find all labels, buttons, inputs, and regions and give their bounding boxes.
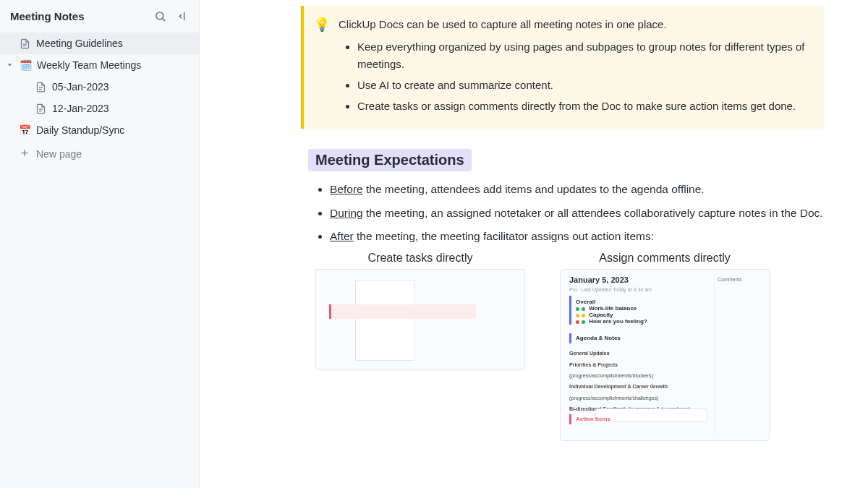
sidebar-item-meeting-guidelines[interactable]: Meeting Guidelines	[0, 33, 199, 54]
svg-marker-5	[8, 64, 12, 67]
callout-bullet: Create tasks or assign comments directly…	[357, 98, 812, 114]
lead-word: After	[330, 230, 354, 242]
document-icon	[35, 81, 46, 93]
example-screenshot: January 5, 2023 Pro · Last Updated Today…	[560, 269, 770, 441]
item-text: the meeting, the meeting facilitator ass…	[354, 230, 654, 242]
example-title: Create tasks directly	[368, 252, 473, 265]
chevron-down-icon[interactable]	[6, 59, 14, 71]
list-item: During the meeting, an assigned notetake…	[330, 204, 825, 223]
sidebar: Meeting Notes Meeting Guidelines 🗓️ Week…	[0, 0, 200, 488]
item-text: the meeting, an assigned notetaker or al…	[363, 207, 823, 219]
sidebar-item-12-jan-2023[interactable]: 12-Jan-2023	[0, 98, 199, 119]
info-callout: 💡 ClickUp Docs can be used to capture al…	[301, 6, 825, 129]
list-item: Before the meeting, attendees add items …	[330, 180, 825, 199]
example-screenshot	[315, 269, 525, 370]
example-assign-comments: Assign comments directly January 5, 2023…	[560, 252, 770, 441]
sidebar-header: Meeting Notes	[0, 10, 199, 33]
calendar-icon: 📅	[19, 124, 30, 136]
new-page-label: New page	[36, 148, 82, 160]
lightbulb-icon: 💡	[314, 16, 330, 119]
screenshot-meta: Pro · Last Updated Today at 4:34 am	[569, 287, 652, 292]
collapse-sidebar-icon[interactable]	[176, 10, 189, 22]
callout-bullet: Keep everything organized by using pages…	[357, 38, 812, 72]
list-item: After the meeting, the meeting facilitat…	[330, 227, 825, 246]
section-heading: Meeting Expectations	[308, 149, 472, 171]
plus-icon: +	[19, 146, 30, 161]
callout-body: ClickUp Docs can be used to capture all …	[339, 16, 812, 119]
screenshot-section: Overall Work-life balance Capacity How a…	[569, 296, 692, 325]
sidebar-item-label: Meeting Guidelines	[36, 38, 123, 49]
sidebar-item-daily-standup[interactable]: 📅 Daily Standup/Sync	[0, 119, 199, 141]
screenshot-section: Agenda & Notes	[569, 333, 692, 343]
sidebar-title: Meeting Notes	[10, 10, 85, 22]
example-create-tasks: Create tasks directly	[315, 252, 525, 441]
expectations-list: Before the meeting, attendees add items …	[301, 180, 825, 246]
new-page-button[interactable]: + New page	[0, 141, 199, 166]
sidebar-item-label: Weekly Team Meetings	[37, 59, 141, 71]
sidebar-item-05-jan-2023[interactable]: 05-Jan-2023	[0, 76, 199, 98]
sidebar-header-actions	[154, 10, 189, 22]
lead-word: Before	[330, 183, 363, 195]
document-icon	[19, 38, 30, 49]
search-icon[interactable]	[154, 10, 166, 22]
sidebar-item-label: 05-Jan-2023	[52, 81, 109, 93]
document-icon	[35, 103, 46, 114]
item-text: the meeting, attendees add items and upd…	[363, 183, 705, 195]
callout-intro: ClickUp Docs can be used to capture all …	[339, 16, 812, 33]
screenshot-text: General UpdatesPriorities & Projects (pr…	[569, 348, 696, 414]
main-content: 💡 ClickUp Docs can be used to capture al…	[200, 0, 868, 488]
screenshot-section: Action Items	[569, 414, 692, 424]
sidebar-item-weekly-team-meetings[interactable]: 🗓️ Weekly Team Meetings	[0, 54, 199, 76]
sidebar-item-label: 12-Jan-2023	[52, 103, 109, 114]
svg-line-1	[163, 19, 165, 21]
screenshot-date: January 5, 2023	[569, 275, 629, 284]
calendar-icon: 🗓️	[20, 59, 31, 71]
examples-row: Create tasks directly Assign comments di…	[301, 252, 825, 441]
callout-bullet: Use AI to create and summarize content.	[357, 77, 812, 93]
example-title: Assign comments directly	[599, 252, 730, 265]
svg-point-0	[156, 12, 163, 20]
screenshot-comments-panel: Comments	[714, 274, 765, 436]
sidebar-item-label: Daily Standup/Sync	[36, 124, 124, 136]
lead-word: During	[330, 207, 363, 219]
